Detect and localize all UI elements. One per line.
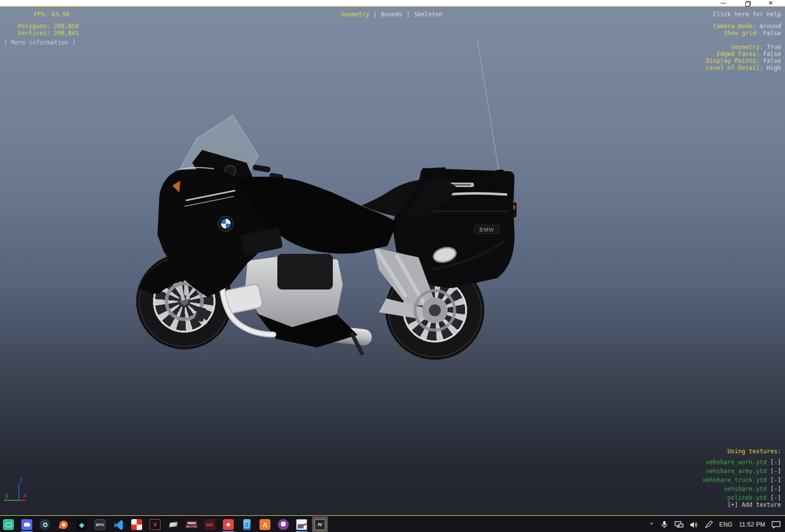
steam-icon[interactable]: [39, 519, 51, 531]
fairing-vent: [240, 227, 283, 256]
mirror-right: [200, 165, 218, 177]
lever-tip-red: [276, 178, 280, 182]
texture-name: vehshare.ytd: [724, 485, 767, 492]
restore-icon: [745, 1, 750, 5]
texture-row: vehshare.ytd [-]: [724, 485, 781, 492]
origin-icon[interactable]: [57, 519, 69, 531]
viewport-3d[interactable]: FPS: 63.98 Polygons: 208,850 Vertices: 2…: [0, 6, 785, 516]
checkered-game-icon[interactable]: [131, 519, 143, 531]
handlebar-grip: [252, 164, 270, 172]
discord-icon[interactable]: [21, 519, 33, 531]
pen-icon[interactable]: [703, 517, 714, 532]
camera-mode-row: Camera mode: Around: [713, 23, 781, 30]
edged-faces-value: False: [763, 50, 781, 57]
antenna: [477, 41, 501, 186]
fuel-tank: [238, 177, 397, 253]
belly-pan: [257, 313, 358, 347]
cat-app-icon[interactable]: [277, 519, 289, 531]
pannier-badge-text: BMW: [479, 227, 494, 233]
texture-row: policeb.ytd [-]: [728, 494, 781, 501]
handlebar-lever: [269, 173, 283, 180]
texture-name: vehshare_army.ytd: [706, 468, 767, 475]
texture-remove-button[interactable]: [-]: [770, 459, 781, 466]
axis-y-label: y: [5, 492, 8, 499]
speaker-icon[interactable]: [688, 517, 700, 532]
vscode-icon[interactable]: [112, 519, 124, 531]
fairing-stripe: [184, 196, 234, 206]
lambda-app-icon[interactable]: Λ: [259, 519, 271, 531]
restore-button[interactable]: [742, 0, 753, 6]
add-texture-button[interactable]: [+] Add texture: [728, 501, 781, 508]
edged-faces-row: Edged Faces: False: [717, 50, 781, 57]
display-points-value: False: [763, 57, 781, 64]
display-points-row: Display Points: False: [706, 57, 781, 64]
capture-app-icon[interactable]: [2, 519, 14, 531]
dzl-app-icon[interactable]: DZL: [204, 519, 216, 531]
texture-remove-button[interactable]: [-]: [770, 468, 781, 475]
epic-games-icon[interactable]: EPIC: [94, 519, 106, 531]
texture-remove-button[interactable]: [-]: [770, 477, 781, 484]
texture-name: policeb.ytd: [728, 494, 767, 501]
top-case-handle: [443, 183, 474, 187]
system-tray: ⌃ ENG 11:52 PM: [647, 517, 782, 532]
show-grid-row: Show grid: False: [724, 30, 781, 37]
view-mode-tabs: Geometry | Bounds | Skeleton: [341, 11, 442, 18]
taskbar: ◈ EPIC V VOICEMEETER DZL ❖ Λ IV ⌃ ENG 11…: [0, 517, 785, 532]
motorcycle-front-wheel: [136, 253, 232, 349]
show-grid-label: Show grid:: [724, 30, 759, 37]
vertices-count: Vertices: 200,841: [18, 30, 79, 37]
rear-body-link: [396, 171, 446, 222]
geometry-tool-icon[interactable]: ◈: [76, 519, 88, 531]
texture-remove-button[interactable]: [-]: [770, 494, 781, 501]
title-bar: ✕: [0, 0, 785, 6]
engine-case: [245, 254, 343, 327]
mirror-left: [176, 168, 200, 183]
turn-signal: [511, 205, 516, 210]
geometry-value: True: [767, 44, 781, 50]
camera-mode-label: Camera mode:: [713, 23, 756, 30]
axis-z-label: z: [19, 477, 23, 484]
network-icon[interactable]: [673, 517, 685, 532]
valorant-icon[interactable]: V: [149, 519, 161, 531]
front-turn-signal: [172, 181, 180, 193]
show-grid-value: False: [763, 30, 781, 37]
minimize-button[interactable]: [718, 0, 729, 6]
modeling-tool-icon[interactable]: [167, 519, 179, 531]
engine-block-dark: [277, 254, 333, 290]
seat: [362, 179, 457, 217]
display-points-label: Display Points:: [706, 57, 759, 64]
tray-chevron-up-icon[interactable]: ⌃: [647, 518, 656, 532]
microphone-icon[interactable]: [659, 517, 670, 532]
level-of-detail-value: High: [767, 64, 781, 71]
pannier-badge-plate: [474, 225, 499, 234]
pannier-rail: [406, 193, 506, 200]
openiv-icon[interactable]: IV: [314, 519, 326, 531]
tab-separator: |: [406, 11, 410, 18]
phone-link-icon[interactable]: [241, 519, 253, 531]
top-case-handle-inset: [446, 184, 471, 186]
windscreen: [179, 115, 259, 184]
tab-geometry[interactable]: Geometry: [341, 11, 369, 18]
close-button[interactable]: ✕: [765, 0, 776, 6]
axis-y-line: [4, 500, 19, 501]
action-center-icon[interactable]: [770, 517, 782, 532]
help-link[interactable]: Click here for help: [713, 11, 781, 18]
top-case: [419, 168, 515, 205]
tab-bounds[interactable]: Bounds: [381, 11, 402, 18]
axis-z-line: [18, 484, 19, 500]
voicemeeter-icon[interactable]: VOICEMEETER: [186, 519, 198, 531]
fairing-highlight: [178, 167, 214, 170]
texture-name: vehshare_worn.ytd: [706, 459, 767, 466]
more-information-link[interactable]: [ More information ]: [4, 39, 76, 46]
tab-skeleton[interactable]: Skeleton: [414, 11, 443, 18]
image-editor-icon[interactable]: [296, 519, 308, 531]
texture-remove-button[interactable]: [-]: [770, 485, 781, 492]
language-indicator[interactable]: ENG: [718, 517, 734, 532]
clock[interactable]: 11:52 PM: [737, 517, 767, 532]
minimize-icon: [721, 3, 726, 3]
geometry-row: Geometry: True: [731, 44, 781, 50]
sync-app-icon[interactable]: ❖: [222, 519, 234, 531]
polygons-count: Polygons: 208,850: [18, 23, 79, 30]
motorcycle-rear-wheel: [385, 261, 484, 360]
antenna-base: [495, 169, 506, 187]
